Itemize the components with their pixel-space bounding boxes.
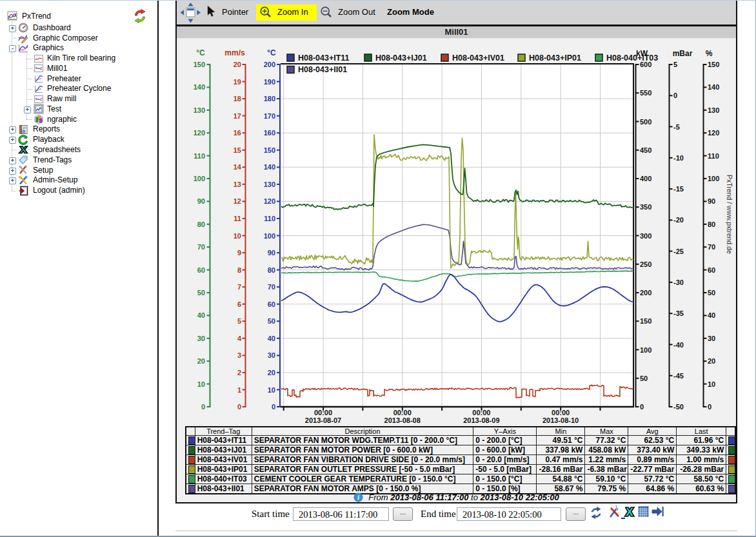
svg-text:-45: -45 (673, 372, 684, 380)
svg-text:19: 19 (234, 78, 241, 86)
svg-text:10: 10 (234, 232, 241, 240)
svg-text:400: 400 (640, 175, 652, 182)
svg-text:50: 50 (268, 317, 275, 325)
svg-text:40: 40 (197, 311, 205, 319)
svg-text:1: 1 (237, 386, 241, 394)
svg-text:2013-08-09: 2013-08-09 (463, 416, 499, 424)
svg-text:30: 30 (268, 351, 275, 359)
svg-text:°C: °C (196, 48, 205, 57)
svg-text:5: 5 (673, 61, 677, 68)
svg-text:H08-040+IT03: H08-040+IT03 (606, 54, 658, 63)
svg-text:500: 500 (640, 118, 652, 126)
svg-text:130: 130 (264, 181, 275, 188)
svg-text:12: 12 (234, 197, 241, 205)
svg-text:-35: -35 (673, 309, 684, 317)
svg-text:20: 20 (708, 357, 715, 365)
svg-text:2013-08-07: 2013-08-07 (305, 416, 341, 424)
svg-text:130: 130 (708, 106, 719, 114)
svg-text:18: 18 (234, 95, 241, 103)
svg-text:70: 70 (197, 243, 205, 251)
svg-text:40: 40 (268, 335, 275, 342)
svg-text:2: 2 (237, 369, 241, 376)
svg-text:0: 0 (237, 403, 241, 411)
svg-text:110: 110 (264, 215, 275, 222)
svg-text:mm/s: mm/s (224, 48, 245, 57)
svg-text:00:00: 00:00 (393, 409, 412, 416)
svg-text:16: 16 (234, 129, 241, 137)
svg-text:14: 14 (234, 163, 242, 171)
svg-text:20: 20 (234, 61, 241, 68)
svg-text:-25: -25 (673, 248, 684, 255)
svg-text:0: 0 (272, 403, 275, 411)
svg-text:0: 0 (673, 92, 677, 99)
svg-text:150: 150 (708, 61, 719, 68)
svg-text:H08-043+IJ01: H08-043+IJ01 (375, 54, 427, 63)
svg-text:5: 5 (237, 317, 241, 325)
svg-text:150: 150 (264, 146, 275, 154)
svg-text:50: 50 (708, 289, 715, 297)
svg-text:100: 100 (264, 232, 275, 240)
svg-text:120: 120 (708, 129, 719, 137)
svg-text:0: 0 (640, 403, 644, 411)
svg-text:2013-08-10: 2013-08-10 (542, 416, 579, 424)
svg-text:00:00: 00:00 (314, 409, 332, 416)
svg-text:10: 10 (708, 380, 715, 388)
svg-text:130: 130 (194, 106, 205, 114)
svg-text:60: 60 (197, 266, 205, 274)
svg-text:170: 170 (264, 112, 275, 120)
svg-text:190: 190 (264, 78, 275, 86)
svg-text:H08-043+IV01: H08-043+IV01 (452, 54, 504, 63)
svg-text:80: 80 (268, 266, 275, 274)
svg-text:80: 80 (197, 220, 205, 228)
svg-text:-20: -20 (673, 216, 684, 224)
svg-text:-30: -30 (673, 278, 684, 286)
svg-text:140: 140 (708, 83, 719, 91)
svg-text:550: 550 (640, 89, 652, 97)
svg-text:160: 160 (264, 129, 275, 137)
svg-text:-10: -10 (673, 154, 684, 162)
svg-text:200: 200 (640, 289, 652, 297)
svg-text:13: 13 (234, 181, 241, 188)
svg-text:20: 20 (197, 357, 205, 365)
svg-text:150: 150 (640, 317, 652, 325)
svg-text:110: 110 (708, 152, 719, 160)
svg-text:50: 50 (640, 375, 648, 382)
svg-text:80: 80 (708, 220, 715, 228)
svg-text:140: 140 (264, 163, 275, 171)
svg-text:200: 200 (264, 61, 275, 68)
svg-text:%: % (706, 49, 713, 58)
svg-text:9: 9 (237, 249, 241, 257)
svg-text:15: 15 (234, 146, 241, 154)
svg-text:0: 0 (708, 403, 711, 411)
svg-text:120: 120 (264, 197, 275, 205)
svg-text:60: 60 (268, 300, 275, 308)
svg-text:17: 17 (234, 112, 241, 120)
svg-text:50: 50 (197, 289, 205, 297)
svg-text:10: 10 (197, 380, 205, 388)
svg-text:00:00: 00:00 (552, 409, 570, 416)
svg-text:250: 250 (640, 260, 652, 268)
svg-text:H08-043+IT11: H08-043+IT11 (298, 54, 350, 63)
svg-text:H08-043+II01: H08-043+II01 (298, 65, 347, 74)
svg-text:180: 180 (264, 95, 275, 103)
svg-text:30: 30 (708, 335, 715, 342)
svg-text:00:00: 00:00 (472, 409, 490, 416)
svg-text:350: 350 (640, 203, 652, 211)
svg-text:PxTrend / www.pxtrend.de: PxTrend / www.pxtrend.de (726, 175, 733, 254)
svg-text:90: 90 (268, 249, 275, 257)
svg-text:100: 100 (708, 175, 719, 182)
svg-text:140: 140 (194, 83, 205, 91)
svg-text:0: 0 (201, 403, 205, 411)
svg-text:40: 40 (708, 311, 715, 319)
svg-text:11: 11 (234, 215, 241, 222)
svg-text:100: 100 (194, 175, 205, 182)
svg-text:mBar: mBar (673, 49, 693, 58)
svg-text:3: 3 (237, 351, 241, 359)
svg-text:-50: -50 (673, 403, 684, 411)
svg-text:4: 4 (237, 335, 242, 342)
svg-text:30: 30 (197, 335, 205, 342)
svg-text:450: 450 (640, 146, 652, 154)
svg-text:°C: °C (267, 48, 276, 57)
svg-text:60: 60 (708, 266, 715, 274)
svg-text:90: 90 (197, 197, 205, 205)
